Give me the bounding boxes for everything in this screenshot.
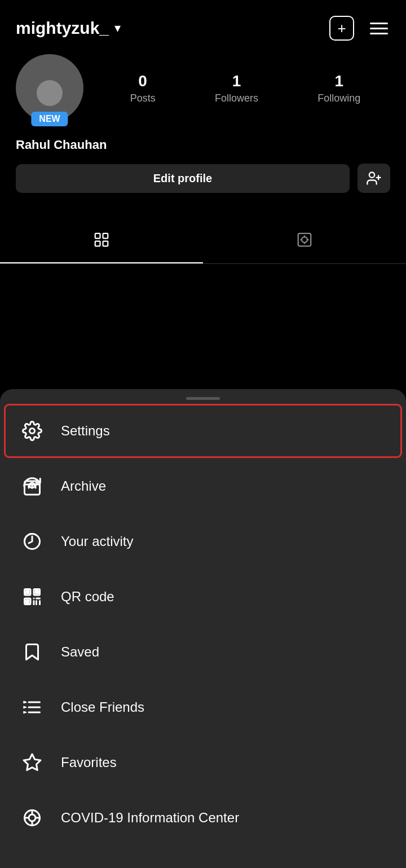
svg-rect-7 bbox=[298, 233, 311, 246]
menu-button[interactable] bbox=[368, 20, 390, 37]
top-bar: mightyzuk_ ▾ + bbox=[0, 0, 406, 49]
following-label: Following bbox=[317, 92, 360, 104]
svg-point-31 bbox=[29, 814, 36, 821]
svg-rect-5 bbox=[95, 241, 100, 246]
svg-rect-4 bbox=[103, 233, 108, 239]
grid-icon bbox=[93, 231, 110, 252]
tab-grid[interactable] bbox=[0, 221, 203, 263]
profile-section: NEW 0 Posts 1 Followers 1 Following Rahu… bbox=[0, 49, 406, 204]
svg-rect-6 bbox=[103, 241, 108, 246]
svg-marker-27 bbox=[24, 707, 27, 708]
top-actions: + bbox=[329, 16, 390, 41]
followers-label: Followers bbox=[215, 92, 258, 104]
tab-tagged[interactable] bbox=[203, 221, 406, 263]
avatar-head-shape bbox=[37, 80, 63, 106]
username: mightyzuk_ bbox=[16, 19, 109, 38]
svg-rect-16 bbox=[27, 600, 29, 603]
menu-item-favorites[interactable]: Favorites bbox=[0, 735, 406, 790]
following-count: 1 bbox=[335, 72, 344, 90]
plus-icon: + bbox=[337, 21, 346, 36]
archive-icon bbox=[20, 474, 44, 498]
qr-code-icon bbox=[20, 585, 44, 609]
edit-profile-button[interactable]: Edit profile bbox=[16, 164, 350, 193]
add-friend-button[interactable] bbox=[358, 164, 390, 193]
settings-label: Settings bbox=[61, 423, 110, 439]
username-area[interactable]: mightyzuk_ ▾ bbox=[16, 19, 121, 38]
svg-point-9 bbox=[30, 429, 35, 434]
stats-area: 0 Posts 1 Followers 1 Following bbox=[100, 72, 390, 104]
menu-item-saved[interactable]: Saved bbox=[0, 624, 406, 680]
svg-rect-15 bbox=[36, 591, 38, 594]
menu-item-close-friends[interactable]: Close Friends bbox=[0, 680, 406, 735]
menu-item-your-activity[interactable]: Your activity bbox=[0, 514, 406, 569]
close-friends-icon bbox=[20, 695, 44, 719]
stat-following[interactable]: 1 Following bbox=[317, 72, 360, 104]
posts-count: 0 bbox=[138, 72, 147, 90]
sheet-handle bbox=[186, 397, 220, 400]
stat-posts[interactable]: 0 Posts bbox=[130, 72, 156, 104]
stat-followers[interactable]: 1 Followers bbox=[215, 72, 258, 104]
add-person-icon bbox=[366, 170, 382, 186]
close-friends-label: Close Friends bbox=[61, 699, 144, 715]
menu-item-archive[interactable]: Archive bbox=[0, 459, 406, 514]
svg-point-0 bbox=[369, 173, 374, 178]
new-post-button[interactable]: + bbox=[329, 16, 354, 41]
menu-item-qr-code[interactable]: QR code bbox=[0, 569, 406, 624]
tagged-icon bbox=[296, 231, 313, 252]
qr-code-label: QR code bbox=[61, 589, 114, 605]
activity-label: Your activity bbox=[61, 534, 134, 549]
avatar-container[interactable]: NEW bbox=[16, 54, 83, 122]
new-badge: NEW bbox=[31, 112, 68, 126]
profile-name: Rahul Chauhan bbox=[16, 138, 390, 152]
svg-marker-28 bbox=[24, 712, 27, 713]
favorites-label: Favorites bbox=[61, 755, 117, 770]
svg-rect-14 bbox=[27, 591, 29, 594]
svg-marker-29 bbox=[24, 754, 41, 770]
svg-point-8 bbox=[302, 237, 307, 243]
profile-top: NEW 0 Posts 1 Followers 1 Following bbox=[16, 54, 390, 122]
settings-icon bbox=[20, 419, 44, 443]
svg-rect-3 bbox=[95, 233, 100, 239]
covid-label: COVID-19 Information Center bbox=[61, 810, 239, 826]
activity-icon bbox=[20, 530, 44, 553]
covid-icon bbox=[20, 806, 44, 830]
chevron-down-icon[interactable]: ▾ bbox=[114, 21, 121, 36]
archive-label: Archive bbox=[61, 478, 106, 494]
posts-label: Posts bbox=[130, 92, 156, 104]
favorites-icon bbox=[20, 751, 44, 774]
bottom-sheet: Settings Archive Your activity bbox=[0, 389, 406, 868]
profile-buttons: Edit profile bbox=[16, 164, 390, 193]
saved-label: Saved bbox=[61, 644, 99, 660]
tabs-row bbox=[0, 221, 406, 264]
followers-count: 1 bbox=[232, 72, 241, 90]
saved-icon bbox=[20, 640, 44, 664]
menu-item-settings[interactable]: Settings bbox=[6, 406, 400, 456]
menu-item-covid[interactable]: COVID-19 Information Center bbox=[0, 790, 406, 845]
